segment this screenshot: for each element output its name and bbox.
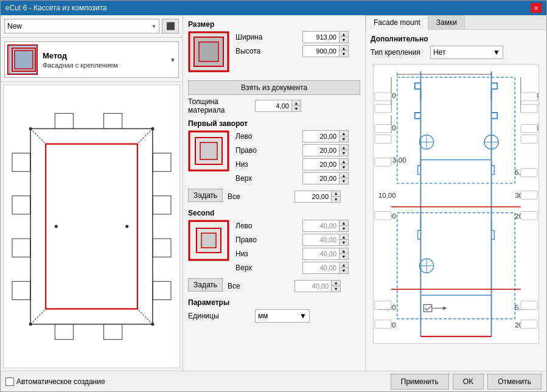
svg-rect-87 — [375, 124, 391, 133]
method-section: Метод Фасадная с креплением ▼ — [1, 38, 183, 82]
second-left-row: Лево ▲▼ — [235, 220, 360, 232]
first-bottom-up[interactable]: ▲ — [340, 159, 348, 164]
first-left-input[interactable] — [302, 130, 339, 142]
second-left-dn[interactable]: ▼ — [340, 226, 348, 231]
first-all-group: ▲▼ — [294, 191, 341, 203]
units-arrow-icon: ▼ — [299, 312, 307, 320]
thickness-input[interactable] — [255, 100, 291, 112]
method-preview-svg — [9, 44, 37, 75]
first-right-up[interactable]: ▲ — [340, 145, 348, 150]
mount-type-select[interactable]: Нет ▼ — [430, 46, 503, 59]
svg-rect-91 — [375, 301, 391, 310]
first-all-input[interactable] — [294, 191, 331, 203]
thickness-down-button[interactable]: ▼ — [292, 106, 301, 111]
second-fold-svg — [188, 220, 229, 261]
svg-text:10,00: 10,00 — [378, 191, 396, 199]
method-subtitle: Фасадная с креплением — [43, 61, 165, 69]
second-bottom-up[interactable]: ▲ — [340, 248, 348, 254]
second-bottom-group: ▲▼ — [302, 248, 349, 260]
window-title: eCut 6 - Кассета из композита — [5, 4, 106, 12]
close-button[interactable]: ✕ — [531, 3, 542, 13]
ok-button[interactable]: OK — [453, 374, 484, 390]
first-right-dn[interactable]: ▼ — [340, 150, 348, 156]
svg-text:3,00: 3,00 — [392, 156, 406, 164]
second-all-label: Все — [228, 282, 294, 290]
svg-rect-15 — [153, 239, 171, 257]
first-top-dn[interactable]: ▼ — [340, 178, 348, 184]
width-down-button[interactable]: ▼ — [340, 37, 348, 43]
first-top-row: Верх ▲▼ — [235, 172, 360, 184]
first-fold-layout: Лево ▲▼ Право ▲▼ Низ — [188, 130, 360, 186]
method-text: Метод Фасадная с креплением — [43, 51, 165, 69]
svg-line-22 — [138, 128, 153, 144]
second-all-dn[interactable]: ▼ — [332, 286, 340, 292]
svg-line-21 — [30, 128, 46, 144]
first-left-row: Лево ▲▼ — [235, 130, 360, 142]
thickness-up-button[interactable]: ▲ — [292, 100, 301, 106]
cancel-button[interactable]: Отменить — [487, 374, 542, 390]
second-bottom-input[interactable] — [302, 248, 339, 260]
auto-create-checkbox-row[interactable]: Автоматическое создание — [5, 377, 105, 386]
svg-marker-61 — [443, 306, 447, 310]
svg-point-29 — [55, 225, 57, 228]
second-right-up[interactable]: ▲ — [340, 234, 348, 240]
second-bottom-dn[interactable]: ▼ — [340, 254, 348, 259]
height-up-button[interactable]: ▲ — [340, 46, 348, 51]
second-right-dn[interactable]: ▼ — [340, 240, 348, 245]
svg-rect-98 — [521, 191, 537, 200]
take-from-doc-button[interactable]: Взять из документа — [188, 80, 360, 95]
second-all-input[interactable] — [294, 280, 331, 292]
second-left-group: ▲▼ — [302, 220, 349, 232]
first-bottom-input[interactable] — [302, 158, 339, 170]
second-left-label: Лево — [235, 222, 302, 230]
small-action-button[interactable]: ⬛ — [162, 19, 179, 33]
second-all-group: ▲▼ — [294, 280, 341, 292]
height-input[interactable]: 900,00 — [302, 45, 339, 57]
svg-rect-43 — [201, 233, 216, 248]
first-top-up[interactable]: ▲ — [340, 173, 348, 178]
second-right-row: Право ▲▼ — [235, 234, 360, 246]
first-all-dn[interactable]: ▼ — [332, 197, 340, 202]
second-right-input[interactable] — [302, 234, 339, 246]
first-bottom-dn[interactable]: ▼ — [340, 164, 348, 170]
second-left-up[interactable]: ▲ — [340, 220, 348, 226]
first-left-up[interactable]: ▲ — [340, 131, 348, 136]
height-down-button[interactable]: ▼ — [340, 51, 348, 57]
second-left-input[interactable] — [302, 220, 339, 232]
svg-rect-10 — [12, 196, 30, 214]
height-label: Высота — [235, 47, 302, 55]
first-fold-title: Первый заворот — [188, 119, 360, 128]
first-fold-preview — [188, 130, 231, 186]
first-all-up[interactable]: ▲ — [332, 191, 340, 197]
width-up-button[interactable]: ▲ — [340, 32, 348, 37]
second-set-button[interactable]: Задать — [188, 278, 223, 292]
new-dropdown[interactable]: New ▼ — [4, 19, 159, 33]
size-section-title: Размер — [188, 20, 360, 29]
second-all-up[interactable]: ▲ — [332, 281, 340, 286]
top-section: New ▼ ⬛ — [1, 15, 183, 38]
apply-button[interactable]: Применить — [391, 374, 449, 390]
svg-rect-100 — [521, 301, 537, 310]
svg-rect-40 — [200, 142, 217, 159]
first-right-group: ▲▼ — [302, 144, 349, 156]
method-title: Метод — [43, 51, 165, 60]
tab-facade-mount[interactable]: Facade mount — [366, 15, 428, 30]
units-value: мм — [258, 312, 268, 320]
svg-rect-20 — [104, 324, 122, 340]
svg-rect-37 — [199, 42, 218, 61]
second-bottom-label: Низ — [235, 250, 302, 258]
width-input[interactable]: 913,00 — [302, 31, 339, 43]
second-top-input[interactable] — [302, 262, 339, 274]
auto-create-checkbox[interactable] — [5, 377, 14, 386]
thickness-spinner: ▲ ▼ — [291, 100, 301, 112]
first-top-input[interactable] — [302, 172, 339, 184]
second-top-group: ▲▼ — [302, 262, 349, 274]
first-set-button[interactable]: Задать — [188, 189, 223, 202]
second-top-dn[interactable]: ▼ — [340, 268, 348, 273]
tab-locks[interactable]: Замки — [428, 15, 465, 29]
first-right-input[interactable] — [302, 144, 339, 156]
method-box[interactable]: Метод Фасадная с креплением ▼ — [4, 41, 179, 78]
second-top-up[interactable]: ▲ — [340, 262, 348, 268]
units-select[interactable]: мм ▼ — [255, 309, 310, 323]
first-left-dn[interactable]: ▼ — [340, 136, 348, 142]
